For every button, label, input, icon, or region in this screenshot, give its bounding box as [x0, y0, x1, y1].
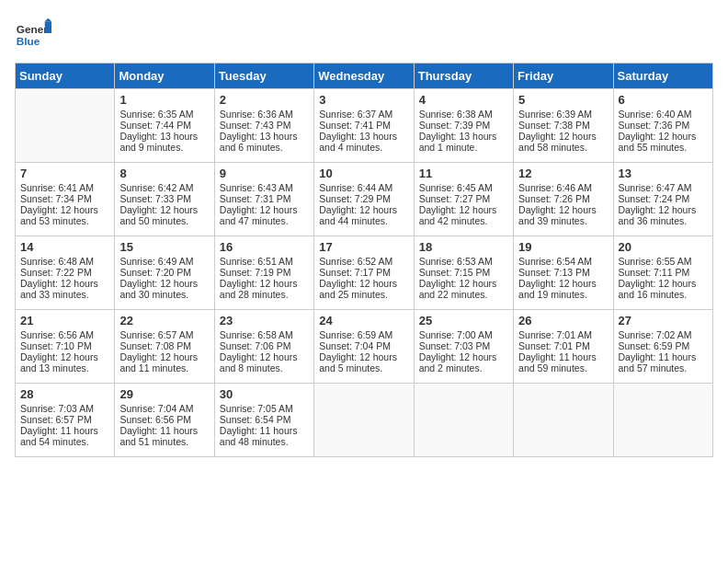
day-info-line: Sunset: 7:34 PM	[20, 193, 109, 204]
day-info-line: and 44 minutes.	[319, 215, 408, 226]
day-info-line: Sunset: 7:26 PM	[518, 193, 608, 204]
calendar-day: 9Sunrise: 6:43 AMSunset: 7:31 PMDaylight…	[214, 163, 313, 236]
day-info-line: Sunset: 7:19 PM	[220, 267, 309, 278]
calendar-day: 25Sunrise: 7:00 AMSunset: 7:03 PMDayligh…	[414, 310, 513, 384]
calendar-day: 4Sunrise: 6:38 AMSunset: 7:39 PMDaylight…	[414, 89, 513, 163]
calendar-day: 21Sunrise: 6:56 AMSunset: 7:10 PMDayligh…	[16, 310, 115, 384]
calendar-day: 14Sunrise: 6:48 AMSunset: 7:22 PMDayligh…	[16, 236, 115, 310]
day-info-line: Daylight: 12 hours	[518, 278, 608, 289]
day-info-line: Sunrise: 6:53 AM	[419, 256, 508, 267]
day-info-line: Daylight: 12 hours	[419, 204, 508, 215]
day-info-line: Sunset: 7:39 PM	[419, 120, 508, 131]
calendar-day: 27Sunrise: 7:02 AMSunset: 6:59 PMDayligh…	[613, 310, 712, 384]
day-info-line: Sunrise: 6:45 AM	[419, 182, 508, 193]
day-info-line: Sunrise: 6:57 AM	[119, 329, 209, 340]
empty-day	[16, 89, 115, 163]
day-number: 6	[619, 93, 708, 107]
calendar-day: 5Sunrise: 6:39 AMSunset: 7:38 PMDaylight…	[514, 89, 613, 163]
day-info-line: and 55 minutes.	[619, 142, 708, 153]
day-info-line: Sunrise: 6:43 AM	[220, 182, 309, 193]
day-info-line: Sunrise: 6:40 AM	[619, 109, 708, 120]
day-number: 25	[419, 314, 508, 327]
day-info-line: and 58 minutes.	[518, 142, 608, 153]
calendar-day: 8Sunrise: 6:42 AMSunset: 7:33 PMDaylight…	[115, 163, 214, 236]
day-info-line: and 25 minutes.	[319, 289, 408, 300]
day-info-line: Sunset: 7:36 PM	[619, 120, 708, 131]
weekday-header: Tuesday	[214, 63, 313, 89]
day-info-line: Sunrise: 6:51 AM	[220, 256, 309, 267]
day-info-line: Sunset: 7:10 PM	[20, 340, 109, 351]
day-info-line: Sunset: 6:54 PM	[220, 414, 309, 425]
day-info-line: Sunrise: 6:44 AM	[319, 182, 408, 193]
day-info-line: and 2 minutes.	[419, 362, 508, 373]
day-info-line: Sunrise: 6:46 AM	[518, 182, 608, 193]
day-number: 5	[518, 93, 608, 107]
day-info-line: and 6 minutes.	[220, 142, 309, 153]
day-info-line: and 51 minutes.	[119, 436, 209, 447]
weekday-header: Saturday	[613, 63, 712, 89]
svg-marker-3	[45, 18, 51, 22]
day-info-line: Daylight: 12 hours	[619, 278, 708, 289]
day-info-line: Sunrise: 7:01 AM	[518, 329, 608, 340]
day-info-line: Daylight: 13 hours	[319, 131, 408, 142]
day-info-line: Sunset: 7:31 PM	[220, 193, 309, 204]
day-info-line: and 19 minutes.	[518, 289, 608, 300]
day-info-line: Daylight: 11 hours	[518, 351, 608, 362]
day-info-line: Sunset: 7:01 PM	[518, 340, 608, 351]
day-info-line: Daylight: 12 hours	[119, 278, 209, 289]
day-info-line: Daylight: 12 hours	[518, 131, 608, 142]
day-info-line: Sunset: 6:57 PM	[20, 414, 109, 425]
day-number: 26	[518, 314, 608, 327]
calendar-day: 1Sunrise: 6:35 AMSunset: 7:44 PMDaylight…	[115, 89, 214, 163]
day-info-line: and 13 minutes.	[20, 362, 109, 373]
day-number: 15	[119, 240, 209, 254]
day-info-line: and 53 minutes.	[20, 215, 109, 226]
day-number: 2	[220, 93, 309, 107]
calendar-day: 24Sunrise: 6:59 AMSunset: 7:04 PMDayligh…	[314, 310, 414, 384]
calendar-day: 19Sunrise: 6:54 AMSunset: 7:13 PMDayligh…	[514, 236, 613, 310]
day-info-line: Daylight: 12 hours	[220, 278, 309, 289]
day-info-line: Sunset: 7:33 PM	[119, 193, 209, 204]
day-info-line: Sunrise: 7:05 AM	[220, 403, 309, 414]
day-info-line: Sunset: 7:43 PM	[220, 120, 309, 131]
day-info-line: Sunrise: 6:52 AM	[319, 256, 408, 267]
day-number: 29	[119, 387, 209, 401]
day-info-line: Daylight: 12 hours	[20, 204, 109, 215]
day-info-line: and 48 minutes.	[220, 436, 309, 447]
day-info-line: Sunset: 7:29 PM	[319, 193, 408, 204]
day-info-line: and 36 minutes.	[619, 215, 708, 226]
day-info-line: and 8 minutes.	[220, 362, 309, 373]
calendar-day: 12Sunrise: 6:46 AMSunset: 7:26 PMDayligh…	[514, 163, 613, 236]
day-info-line: Sunset: 7:04 PM	[319, 340, 408, 351]
weekday-header: Friday	[514, 63, 613, 89]
calendar-header: SundayMondayTuesdayWednesdayThursdayFrid…	[16, 63, 713, 89]
day-info-line: and 9 minutes.	[119, 142, 209, 153]
day-info-line: Sunset: 6:59 PM	[619, 340, 708, 351]
day-info-line: Sunset: 7:11 PM	[619, 267, 708, 278]
day-info-line: Daylight: 12 hours	[419, 351, 508, 362]
day-info-line: Sunrise: 7:04 AM	[119, 403, 209, 414]
day-info-line: Sunset: 7:38 PM	[518, 120, 608, 131]
day-info-line: Sunrise: 6:58 AM	[220, 329, 309, 340]
weekday-header: Wednesday	[314, 63, 414, 89]
day-number: 13	[619, 167, 708, 180]
day-info-line: Daylight: 12 hours	[419, 278, 508, 289]
calendar-day: 7Sunrise: 6:41 AMSunset: 7:34 PMDaylight…	[16, 163, 115, 236]
calendar-table: SundayMondayTuesdayWednesdayThursdayFrid…	[15, 63, 713, 457]
empty-day	[314, 384, 414, 457]
day-info-line: Sunset: 7:06 PM	[220, 340, 309, 351]
day-info-line: Daylight: 13 hours	[419, 131, 508, 142]
day-info-line: Daylight: 12 hours	[319, 204, 408, 215]
day-number: 4	[419, 93, 508, 107]
day-info-line: Sunrise: 7:00 AM	[419, 329, 508, 340]
day-info-line: Sunset: 7:44 PM	[119, 120, 209, 131]
day-info-line: and 22 minutes.	[419, 289, 508, 300]
day-info-line: Daylight: 11 hours	[220, 425, 309, 436]
day-info-line: and 1 minute.	[419, 142, 508, 153]
day-info-line: Sunset: 7:27 PM	[419, 193, 508, 204]
day-info-line: Sunset: 7:22 PM	[20, 267, 109, 278]
day-info-line: Sunrise: 6:41 AM	[20, 182, 109, 193]
calendar-day: 18Sunrise: 6:53 AMSunset: 7:15 PMDayligh…	[414, 236, 513, 310]
day-number: 17	[319, 240, 408, 254]
svg-text:Blue: Blue	[17, 35, 40, 48]
